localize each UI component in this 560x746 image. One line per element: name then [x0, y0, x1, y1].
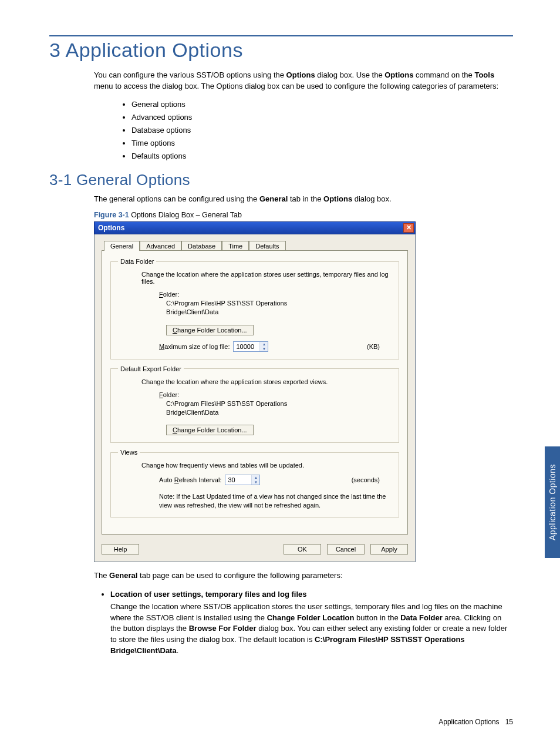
intro-paragraph: You can configure the various SST/OB opt…	[49, 70, 513, 92]
cancel-button[interactable]: Cancel	[327, 544, 365, 555]
spinner-down-icon[interactable]: ▼	[260, 347, 268, 351]
help-button[interactable]: Help	[102, 544, 139, 555]
ok-button[interactable]: OK	[284, 544, 321, 555]
views-legend: Views	[118, 449, 140, 456]
data-folder-group: Data Folder Change the location where th…	[110, 258, 399, 359]
tab-strip: General Advanced Database Time Defaults	[104, 240, 408, 250]
apply-button[interactable]: Apply	[370, 544, 408, 555]
category-list: General options Advanced options Databas…	[49, 98, 513, 163]
change-folder-button[interactable]: Change Folder Location...	[166, 325, 254, 335]
views-desc: Change how frequently views and tables w…	[141, 462, 392, 469]
max-log-input[interactable]	[234, 342, 259, 351]
tab-general[interactable]: General	[104, 241, 140, 251]
section-intro: The general options can be configured us…	[49, 194, 513, 205]
list-item: General options	[131, 98, 513, 111]
spinner-up-icon[interactable]: ▲	[252, 475, 259, 480]
max-log-spinner[interactable]: ▲▼	[233, 341, 268, 352]
spinner-up-icon[interactable]: ▲	[260, 342, 268, 347]
refresh-input[interactable]	[225, 475, 251, 485]
folder-label: Folder:	[159, 391, 179, 398]
export-folder-path: C:\Program Files\HP SST\SST Operations B…	[166, 399, 392, 417]
views-note: Note: If the Last Updated time of a view…	[159, 492, 392, 510]
chapter-title: 3 Application Options	[49, 39, 513, 62]
data-folder-legend: Data Folder	[118, 258, 156, 265]
dialog-title: Options	[98, 224, 124, 232]
tab-panel-general: Data Folder Change the location where th…	[102, 250, 408, 535]
refresh-unit: (seconds)	[352, 476, 392, 483]
spinner-down-icon[interactable]: ▼	[252, 480, 259, 485]
figure-caption: Figure 3-1 Options Dialog Box – General …	[49, 211, 513, 219]
change-export-folder-button[interactable]: Change Folder Location...	[166, 425, 254, 435]
close-icon[interactable]: ✕	[403, 223, 414, 233]
list-item: Location of user settings, temporary fil…	[110, 589, 513, 657]
refresh-label: Auto Refresh Interval:	[159, 476, 221, 483]
section-title: 3-1 General Options	[49, 171, 513, 189]
export-folder-legend: Default Export Folder	[118, 365, 184, 372]
folder-label: Folder:	[159, 291, 179, 298]
data-folder-path: C:\Program Files\HP SST\SST Operations B…	[166, 299, 392, 317]
dialog-titlebar[interactable]: Options ✕	[94, 221, 416, 234]
list-item: Time options	[131, 137, 513, 150]
data-folder-desc: Change the location where the applicatio…	[141, 271, 392, 285]
options-dialog: Options ✕ General Advanced Database Time…	[94, 221, 416, 562]
max-log-label: Maximum size of log file:	[159, 343, 230, 350]
export-folder-desc: Change the location where the applicatio…	[141, 378, 392, 385]
list-item: Defaults options	[131, 150, 513, 163]
parameter-list: Location of user settings, temporary fil…	[49, 589, 513, 657]
max-log-unit: (KB)	[367, 343, 392, 350]
page-footer: Application Options 15	[438, 718, 513, 726]
side-thumb-tab: Application Options	[545, 446, 560, 558]
list-item: Database options	[131, 124, 513, 137]
tab-database[interactable]: Database	[181, 241, 222, 251]
tab-advanced[interactable]: Advanced	[140, 241, 181, 251]
export-folder-group: Default Export Folder Change the locatio…	[110, 365, 399, 443]
after-dialog-text: The General tab page can be used to conf…	[49, 570, 513, 582]
list-item: Advanced options	[131, 111, 513, 124]
tab-defaults[interactable]: Defaults	[249, 241, 285, 251]
tab-time[interactable]: Time	[222, 241, 249, 251]
refresh-spinner[interactable]: ▲▼	[225, 475, 260, 485]
views-group: Views Change how frequently views and ta…	[110, 449, 399, 518]
